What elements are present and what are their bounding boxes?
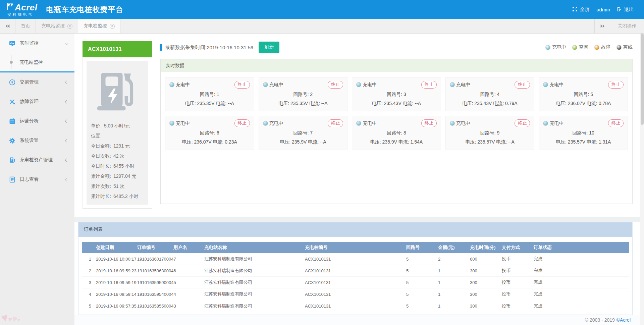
tabs-scroll-left-button[interactable] xyxy=(0,19,15,33)
pile-stat-row: 累计次数:51 次 xyxy=(91,181,144,191)
fault-icon xyxy=(9,98,15,105)
pile-stat-row: 累计时长:6485.2 小时 xyxy=(91,191,144,201)
stat-value: 42 次 xyxy=(113,153,124,159)
card-circuit-number: 回路号: 6 xyxy=(169,130,250,136)
row-cell: ACX1010131 xyxy=(305,265,406,277)
circuit-card: 充电中终止回路号: 2电压: 235.35V 电流: --A xyxy=(259,77,348,111)
fullscreen-button[interactable]: 全屏 xyxy=(572,6,590,13)
table-row[interactable]: 52019-10-16 09:57:351910163585500043江苏安科… xyxy=(82,300,629,312)
card-status-label: 充电中 xyxy=(269,120,283,126)
sidebar-item-fault[interactable]: 故障管理 xyxy=(0,92,74,111)
card-status-row: 充电中终止 xyxy=(543,119,624,127)
tabs-scroll-right-button[interactable] xyxy=(594,19,610,33)
table-row[interactable]: 32019-10-16 09:59:191910163595900045江苏安科… xyxy=(82,277,629,288)
terminate-button[interactable]: 终止 xyxy=(328,81,343,89)
terminate-button[interactable]: 终止 xyxy=(421,119,437,127)
charging-status-orb-icon xyxy=(356,82,361,87)
pile-id: ACX1010131 xyxy=(83,41,152,57)
card-circuit-number: 回路号: 9 xyxy=(450,130,530,136)
card-circuit-number: 回路号: 8 xyxy=(356,130,437,136)
logout-button[interactable]: 退出 xyxy=(617,6,634,13)
stat-value: 5.00 小时/元 xyxy=(104,123,130,128)
scrollbar-thumb[interactable] xyxy=(641,34,644,125)
tab-close-icon[interactable]: × xyxy=(67,24,72,29)
row-cell: 1910163585500043 xyxy=(137,300,173,312)
tab-close-icon[interactable]: × xyxy=(110,24,115,29)
circuit-card: 充电中终止回路号: 1电压: 235.35V 电流: --A xyxy=(165,77,254,111)
terminate-button[interactable]: 终止 xyxy=(608,81,624,89)
stat-label: 单价: xyxy=(91,123,102,128)
pile-monitor-section: ACX1010131 xyxy=(74,34,644,217)
sidebar-item-settings[interactable]: 系统设置 xyxy=(0,131,74,150)
table-row[interactable]: 12019-10-16 10:00:171910163601700047江苏安科… xyxy=(82,253,629,265)
row-cell: 2019-10-16 09:57:35 xyxy=(96,300,137,312)
card-status-label: 充电中 xyxy=(549,82,564,88)
table-row[interactable]: 22019-10-16 09:59:231910163596300046江苏安科… xyxy=(82,265,629,277)
sidebar-subitem-station-monitor[interactable]: 充电站监控 xyxy=(0,53,74,71)
logout-label: 退出 xyxy=(624,6,634,13)
sidebar-item-label: 故障管理 xyxy=(20,99,65,105)
tab-pile-monitor[interactable]: 充电桩监控× xyxy=(78,19,120,33)
legend-item: 故障 xyxy=(594,44,610,50)
terminate-button[interactable]: 终止 xyxy=(608,119,624,127)
stat-label: 累计次数: xyxy=(91,183,111,189)
terminate-button[interactable]: 终止 xyxy=(234,119,250,127)
charging-status-orb-icon xyxy=(543,82,548,87)
row-cell: 1 xyxy=(438,288,470,300)
collect-time-value: 2019-10-16 10:31:59 xyxy=(207,45,253,50)
table-row[interactable]: 42019-10-16 09:59:141910163595400044江苏安科… xyxy=(82,288,629,300)
refresh-button[interactable]: 刷新 xyxy=(259,42,279,53)
sidebar-item-analysis[interactable]: 运营分析 xyxy=(0,111,74,131)
sidebar-item-realtime[interactable]: 实时监控 xyxy=(0,34,74,53)
card-voltage-current: 电压: 235.9V 电流: 1.54A xyxy=(356,139,437,145)
brand-link[interactable]: ©Acrel xyxy=(616,317,631,323)
row-cell: 2019-10-16 10:00:17 xyxy=(96,253,137,265)
card-voltage-current: 电压: 236.07V 电流: 0.23A xyxy=(169,139,250,145)
tab-home[interactable]: 首页 xyxy=(15,19,36,33)
circuit-card: 充电中终止回路号: 9电压: 235.57V 电流: --A xyxy=(445,116,535,150)
terminate-button[interactable]: 终止 xyxy=(515,81,530,89)
sidebar-item-log[interactable]: 日志查看 xyxy=(0,170,74,189)
row-cell: 300 xyxy=(470,288,502,300)
terminate-button[interactable]: 终止 xyxy=(328,119,343,127)
pile-stat-row: 今日金额:1291 元 xyxy=(91,141,144,151)
vertical-scrollbar[interactable] xyxy=(640,34,644,325)
sidebar-item-trade[interactable]: ¥交易管理 xyxy=(0,72,74,92)
terminate-button[interactable]: 终止 xyxy=(234,81,250,89)
close-operations-button[interactable]: 关闭操作 xyxy=(610,19,644,33)
card-status-row: 充电中终止 xyxy=(356,81,437,89)
sidebar-item-asset[interactable]: 充电桩资产管理 xyxy=(0,150,74,170)
card-voltage-current: 电压: 235.35V 电流: --A xyxy=(169,101,250,107)
row-cell: 投币 xyxy=(502,288,534,300)
card-status-label: 充电中 xyxy=(269,82,283,88)
row-cell: 1 xyxy=(438,265,470,277)
row-cell: 5 xyxy=(406,277,438,288)
legend-item: 空闲 xyxy=(572,44,588,50)
row-cell: 江苏安科瑞制造有限公司 xyxy=(204,277,305,288)
card-status-row: 充电中终止 xyxy=(169,119,250,127)
username[interactable]: admin xyxy=(596,7,610,12)
logo-subtext: 安科瑞电气 xyxy=(7,13,38,16)
sidebar: 实时监控充电站监控¥交易管理故障管理运营分析系统设置充电桩资产管理日志查看 ♥♥… xyxy=(0,34,74,325)
tab-station-monitor[interactable]: 充电站监控× xyxy=(36,19,78,33)
terminate-button[interactable]: 终止 xyxy=(515,119,530,127)
chevron-left-icon xyxy=(65,119,68,123)
card-circuit-number: 回路号: 1 xyxy=(169,92,250,98)
row-cell: 1910163596300046 xyxy=(137,265,173,277)
card-circuit-number: 回路号: 3 xyxy=(356,92,437,98)
stat-value: 1297.04 元 xyxy=(113,173,137,179)
col-header: 回路号 xyxy=(406,242,438,253)
footer: © 2003 - 2019 ©Acrel xyxy=(74,315,644,325)
pile-stat-row: 位置: xyxy=(91,131,144,141)
status-orb-icon xyxy=(572,45,577,50)
row-cell: 完成 xyxy=(534,277,629,288)
chevron-left-icon xyxy=(65,80,68,84)
legend-item: 离线 xyxy=(616,44,633,50)
logo-text: Acrel xyxy=(15,3,38,12)
sidebar-item-label: 系统设置 xyxy=(20,138,65,144)
legend-item: 充电中 xyxy=(545,44,566,50)
card-status-label: 充电中 xyxy=(456,82,470,88)
settings-icon xyxy=(9,137,15,144)
circuit-card: 充电中终止回路号: 6电压: 236.07V 电流: 0.23A xyxy=(165,116,254,150)
terminate-button[interactable]: 终止 xyxy=(421,81,437,89)
